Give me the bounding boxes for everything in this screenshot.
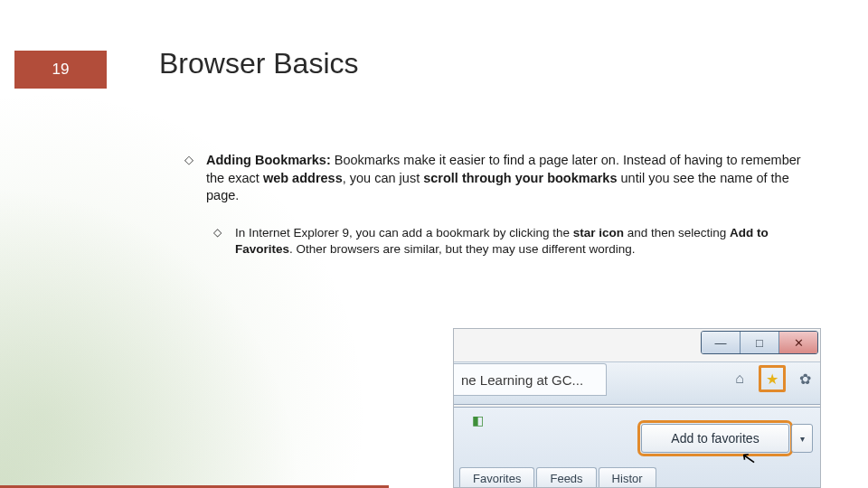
bullet-1-text-b: , you can just [343,171,423,185]
bullet-level-2: In Internet Explorer 9, you can add a bo… [208,225,805,258]
bullet-level-1: Adding Bookmarks: Bookmarks make it easi… [181,152,805,205]
ie9-screenshot: — □ ✕ ne Learning at GC... ⌂ ★ ✿ ◧ Add t… [453,328,821,488]
bullet-2-text-c: . Other browsers are similar, but they m… [289,242,635,256]
bullet-1-lead: Adding Bookmarks: [206,153,331,167]
close-icon: ✕ [794,336,804,350]
tab-history[interactable]: Histor [599,467,656,487]
tab-title: ne Learning at GC... [461,372,583,388]
toolbar-icons: ⌂ ★ ✿ [730,365,815,392]
chevron-down-icon: ▾ [800,434,805,444]
page-title: Browser Basics [159,47,359,80]
favorites-dropdown: ◧ Add to favorites ▾ ↖ Favorites Feeds H… [454,407,820,487]
add-to-favorites-button[interactable]: Add to favorites [641,424,789,453]
pin-icon[interactable]: ◧ [472,413,484,427]
bullet-1-bold-a: web address [263,171,343,185]
browser-tab[interactable]: ne Learning at GC... [454,363,607,396]
bullet-2-bold-a: star icon [573,226,624,239]
maximize-icon: □ [756,336,763,350]
bullet-2-text-b: and then selecting [624,226,730,239]
slide-number-badge: 19 [14,51,107,89]
minimize-icon: — [715,336,727,350]
favorites-tabstrip: Favorites Feeds Histor [459,467,656,487]
minimize-button[interactable]: — [702,332,741,353]
maximize-button[interactable]: □ [741,332,779,353]
window-controls: — □ ✕ [701,331,818,354]
tab-favorites[interactable]: Favorites [459,467,534,487]
bullet-2-text-a: In Internet Explorer 9, you can add a bo… [235,226,573,239]
close-button[interactable]: ✕ [779,332,817,353]
tab-feeds[interactable]: Feeds [536,467,596,487]
slide-number: 19 [52,61,70,79]
body-text: Adding Bookmarks: Bookmarks make it easi… [181,152,805,258]
star-icon[interactable]: ★ [759,365,786,392]
gear-icon[interactable]: ✿ [795,369,815,389]
home-icon[interactable]: ⌂ [730,369,750,389]
add-to-favorites-label: Add to favorites [671,431,759,446]
bullet-1-bold-b: scroll through your bookmarks [423,171,617,185]
add-to-favorites-split[interactable]: ▾ [791,424,813,453]
